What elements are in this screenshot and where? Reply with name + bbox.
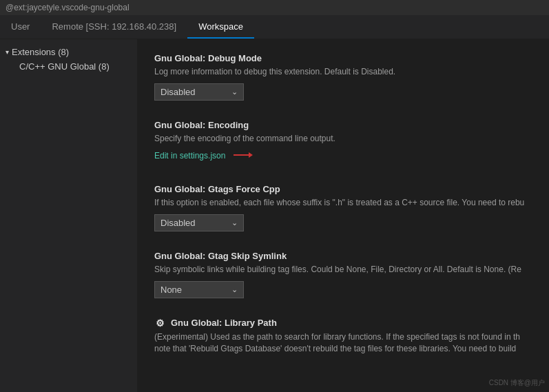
sidebar-item-extensions[interactable]: ▾ Extensions (8)	[0, 45, 137, 59]
gtag-skip-symlink-dropdown[interactable]: None ⌄	[154, 281, 244, 298]
setting-gtags-force-cpp-desc: If this option is enabled, each file who…	[154, 197, 532, 209]
setting-debug-mode-prefix: Gnu Global:	[154, 53, 208, 63]
gtags-force-cpp-dropdown-arrow-icon: ⌄	[231, 218, 238, 227]
watermark-text: CSDN 博客@用户	[489, 379, 545, 386]
setting-gtags-force-cpp-title: Gnu Global: Gtags Force Cpp	[154, 184, 532, 194]
setting-gtag-skip-symlink-desc: Skip symbolic links while building tag f…	[154, 264, 532, 276]
gear-icon: ⚙	[154, 318, 165, 329]
setting-encoding-title: Gnu Global: Encoding	[154, 120, 532, 130]
sidebar-item-gnu-global[interactable]: C/C++ GNU Global (8)	[0, 59, 137, 74]
tab-remote-label: Remote [SSH: 192.168.40.238]	[52, 21, 176, 32]
sidebar: ▾ Extensions (8) C/C++ GNU Global (8)	[0, 39, 138, 392]
settings-content: Gnu Global: Debug Mode Log more informat…	[138, 39, 549, 392]
setting-library-path-prefix: Gnu Global:	[171, 318, 225, 328]
setting-gtags-force-cpp-prefix: Gnu Global:	[154, 184, 208, 194]
red-arrow-indicator	[232, 150, 254, 162]
setting-gtag-skip-symlink-prefix: Gnu Global:	[154, 251, 208, 261]
gtags-force-cpp-dropdown[interactable]: Disabled ⌄	[154, 214, 244, 231]
setting-library-path: ⚙Gnu Global: Library Path (Experimental)…	[154, 318, 532, 355]
setting-encoding-desc: Specify the encoding of the command line…	[154, 133, 532, 145]
setting-encoding-prefix: Gnu Global:	[154, 120, 208, 130]
tab-remote[interactable]: Remote [SSH: 192.168.40.238]	[41, 15, 187, 39]
setting-encoding: Gnu Global: Encoding Specify the encodin…	[154, 120, 532, 165]
setting-gtag-skip-symlink-title: Gnu Global: Gtag Skip Symlink	[154, 251, 532, 261]
title-bar: @ext:jaycetyle.vscode-gnu-global	[0, 0, 549, 15]
tab-workspace-label: Workspace	[198, 21, 243, 32]
tab-workspace[interactable]: Workspace	[187, 15, 254, 39]
setting-gtag-skip-symlink-bold: Gtag Skip Symlink	[208, 251, 287, 261]
debug-mode-dropdown-arrow-icon: ⌄	[231, 87, 238, 96]
setting-encoding-bold: Encoding	[208, 120, 249, 130]
tab-user[interactable]: User	[0, 15, 41, 39]
setting-debug-mode-title: Gnu Global: Debug Mode	[154, 53, 532, 63]
gtags-force-cpp-dropdown-label: Disabled	[160, 218, 220, 228]
collapse-arrow-icon: ▾	[6, 48, 9, 56]
sidebar-extensions-label: Extensions (8)	[12, 47, 69, 57]
setting-library-path-desc: (Experimental) Used as the path to searc…	[154, 331, 532, 355]
setting-library-path-title: ⚙Gnu Global: Library Path	[154, 318, 532, 329]
edit-settings-json-label: Edit in settings.json	[154, 151, 225, 161]
setting-gtag-skip-symlink: Gnu Global: Gtag Skip Symlink Skip symbo…	[154, 251, 532, 298]
debug-mode-dropdown[interactable]: Disabled ⌄	[154, 83, 244, 101]
tab-user-label: User	[11, 21, 30, 32]
setting-gtags-force-cpp-bold: Gtags Force Cpp	[208, 184, 280, 194]
gtag-skip-symlink-dropdown-arrow-icon: ⌄	[231, 285, 238, 294]
gtag-skip-symlink-dropdown-label: None	[160, 285, 220, 295]
debug-mode-dropdown-label: Disabled	[160, 87, 220, 97]
setting-gtags-force-cpp: Gnu Global: Gtags Force Cpp If this opti…	[154, 184, 532, 231]
setting-debug-mode-bold: Debug Mode	[208, 53, 262, 63]
tab-bar: User Remote [SSH: 192.168.40.238] Worksp…	[0, 15, 549, 39]
main-layout: ▾ Extensions (8) C/C++ GNU Global (8) Gn…	[0, 39, 549, 392]
setting-debug-mode: Gnu Global: Debug Mode Log more informat…	[154, 53, 532, 101]
watermark: CSDN 博客@用户	[489, 378, 545, 388]
setting-library-path-bold: Library Path	[225, 318, 277, 328]
edit-settings-json-link[interactable]: Edit in settings.json	[154, 150, 254, 162]
title-text: @ext:jaycetyle.vscode-gnu-global	[6, 3, 130, 12]
svg-marker-1	[249, 152, 253, 158]
sidebar-gnu-global-label: C/C++ GNU Global (8)	[19, 61, 110, 72]
setting-debug-mode-desc: Log more information to debug this exten…	[154, 66, 532, 78]
